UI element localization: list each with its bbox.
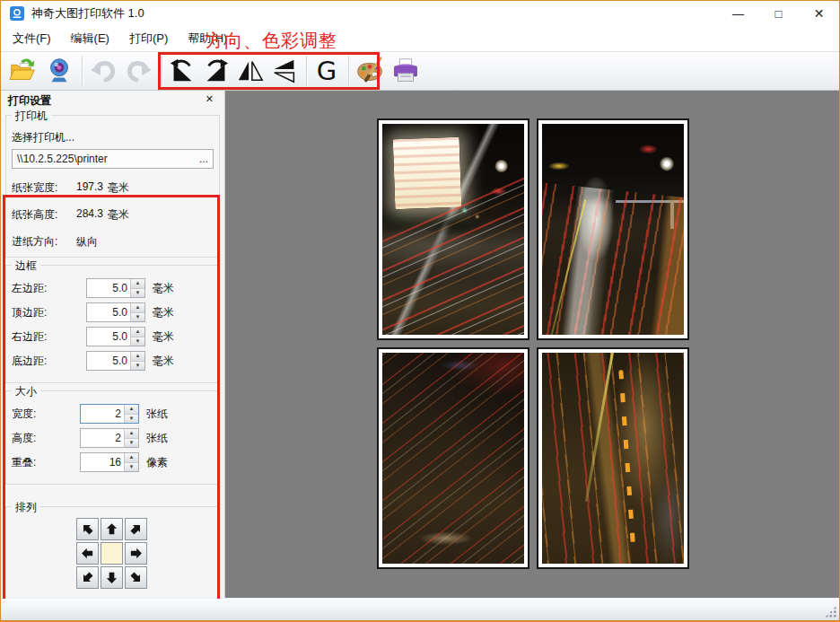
height-stepper[interactable]: 2 ▲▼ (80, 428, 139, 448)
arrange-down-right-button[interactable] (125, 566, 147, 589)
rotate-left-button[interactable] (166, 54, 198, 88)
height-row: 高度: 2 ▲▼ 张纸 (12, 428, 214, 448)
spin-up-button[interactable]: ▲ (125, 453, 138, 463)
color-palette-icon (354, 56, 385, 86)
print-page-tile (377, 118, 529, 340)
panel-close-icon[interactable]: ✕ (206, 93, 214, 105)
spin-down-button[interactable]: ▼ (131, 362, 144, 371)
printer-icon (390, 56, 421, 86)
spin-down-button[interactable]: ▼ (125, 415, 138, 424)
arrow-up-icon (104, 521, 119, 537)
print-page-tile (377, 347, 529, 569)
overlap-row: 重叠: 16 ▲▼ 像素 (12, 452, 214, 472)
arrange-center-button[interactable] (101, 542, 123, 565)
open-image-button[interactable] (6, 54, 40, 88)
redo-icon (124, 56, 154, 86)
app-window: 神奇大图打印软件 1.0 — □ ✕ 文件(F) 编辑(E) 打印(P) 帮助(… (0, 0, 840, 622)
toolbar-separator (348, 56, 349, 86)
grayscale-icon: G (317, 58, 337, 84)
menu-print[interactable]: 打印(P) (121, 27, 176, 50)
feed-direction-row: 进纸方向: 纵向 (12, 234, 214, 250)
rotate-left-icon (168, 57, 197, 85)
printer-group-label: 打印机 (12, 109, 51, 124)
arrow-down-left-icon (76, 566, 98, 588)
size-group-label: 大小 (12, 384, 40, 399)
print-button[interactable] (389, 54, 423, 88)
menu-file[interactable]: 文件(F) (4, 27, 59, 50)
spin-up-button[interactable]: ▲ (131, 279, 144, 289)
top-margin-stepper[interactable]: 5.0 ▲▼ (86, 302, 145, 322)
photo-preview-top-left (382, 124, 524, 335)
arrow-down-right-icon (125, 566, 146, 588)
left-margin-stepper[interactable]: 5.0 ▲▼ (86, 278, 145, 298)
grayscale-button[interactable]: G (311, 54, 343, 88)
flip-horizontal-button[interactable] (234, 54, 267, 88)
undo-icon (88, 56, 118, 86)
arrange-up-right-button[interactable] (125, 518, 147, 540)
arrange-down-left-button[interactable] (76, 566, 99, 589)
spin-up-button[interactable]: ▲ (131, 352, 144, 362)
browse-button[interactable]: ... (194, 153, 208, 165)
photo-preview-bottom-right (542, 353, 684, 564)
camera-capture-button[interactable] (42, 54, 76, 88)
arrow-down-icon (104, 570, 119, 585)
spin-up-button[interactable]: ▲ (125, 405, 138, 415)
top-margin-row: 顶边距: 5.0 ▲▼ 毫米 (12, 302, 214, 322)
paper-height-row: 纸张高度: 284.3 毫米 (12, 207, 214, 223)
arrange-right-button[interactable] (125, 542, 147, 565)
arrow-up-right-icon (125, 518, 146, 539)
arrange-left-button[interactable] (76, 542, 99, 565)
arrow-left-icon (80, 546, 95, 561)
panel-title: 打印设置 (8, 94, 51, 107)
select-printer-link[interactable]: 选择打印机... (12, 130, 214, 145)
photo-preview-bottom-left (382, 353, 524, 564)
arrange-up-button[interactable] (101, 518, 123, 540)
spin-up-button[interactable]: ▲ (131, 303, 144, 313)
arrange-up-left-button[interactable] (76, 518, 99, 540)
size-group: 大小 宽度: 2 ▲▼ 张纸 高度: 2 ▲▼ 张纸 重叠: (5, 390, 220, 485)
spin-down-button[interactable]: ▼ (131, 337, 144, 346)
light-trails (382, 353, 524, 564)
window-title: 神奇大图打印软件 1.0 (31, 5, 144, 22)
flip-horizontal-icon (236, 57, 265, 85)
arrow-up-left-icon (76, 518, 98, 539)
billboard-highlight (392, 137, 461, 209)
undo-button[interactable] (86, 54, 120, 88)
minimize-button[interactable]: — (718, 1, 758, 26)
toolbar-separator (162, 56, 162, 86)
rotate-right-button[interactable] (200, 54, 232, 88)
app-icon (10, 6, 24, 21)
toolbar-separator (306, 56, 307, 86)
spin-up-button[interactable]: ▲ (131, 328, 144, 337)
overlap-stepper[interactable]: 16 ▲▼ (80, 452, 139, 472)
photo-preview-top-right (542, 124, 684, 335)
spin-down-button[interactable]: ▼ (125, 463, 138, 472)
right-margin-stepper[interactable]: 5.0 ▲▼ (86, 327, 145, 346)
flip-vertical-button[interactable] (268, 54, 301, 88)
light-trails (542, 353, 684, 564)
printer-path-field[interactable]: \\10.2.5.225\printer ... (12, 149, 214, 169)
status-bar (1, 598, 839, 620)
bottom-margin-stepper[interactable]: 5.0 ▲▼ (86, 351, 145, 371)
spin-down-button[interactable]: ▼ (125, 439, 138, 448)
resize-grip[interactable] (825, 606, 836, 618)
spin-down-button[interactable]: ▼ (131, 313, 144, 322)
window-controls: — □ ✕ (718, 1, 839, 26)
close-button[interactable]: ✕ (799, 1, 839, 26)
toolbar-separator (82, 56, 83, 86)
titlebar: 神奇大图打印软件 1.0 — □ ✕ (1, 1, 839, 26)
redo-button[interactable] (122, 54, 156, 88)
arrange-down-button[interactable] (101, 566, 123, 589)
spin-down-button[interactable]: ▼ (131, 289, 144, 298)
width-stepper[interactable]: 2 ▲▼ (80, 404, 139, 424)
printer-group: 打印机 选择打印机... \\10.2.5.225\printer ... 纸张… (5, 115, 220, 258)
light-trails (542, 182, 684, 335)
menu-edit[interactable]: 编辑(E) (63, 27, 118, 50)
annotation-label: 方向、色彩调整 (206, 29, 337, 53)
width-row: 宽度: 2 ▲▼ 张纸 (12, 404, 214, 424)
color-palette-button[interactable] (353, 54, 387, 88)
spin-up-button[interactable]: ▲ (125, 429, 138, 439)
maximize-button[interactable]: □ (758, 1, 799, 26)
margins-group-label: 边框 (12, 258, 40, 274)
menubar: 文件(F) 编辑(E) 打印(P) 帮助(H) 方向、色彩调整 (1, 26, 839, 52)
